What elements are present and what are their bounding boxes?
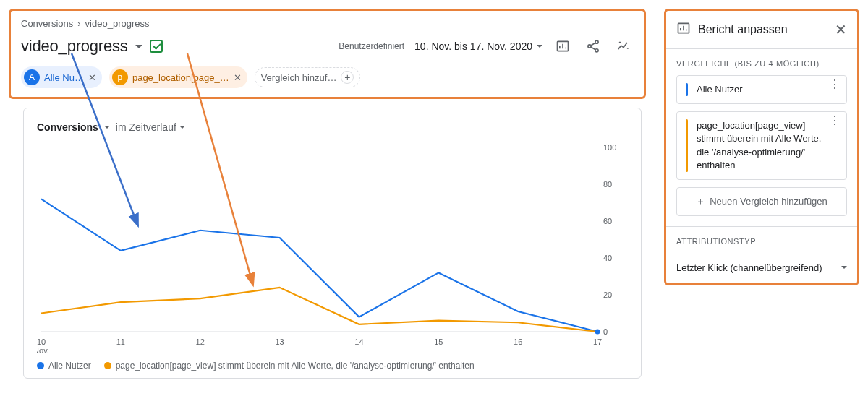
svg-point-3 (595, 49, 598, 52)
svg-point-1 (595, 40, 598, 43)
svg-text:13: 13 (275, 337, 284, 346)
chip-avatar-a: A (24, 69, 40, 85)
comparison-chip-b[interactable]: p page_location[page_… ✕ (109, 66, 247, 88)
verified-icon (150, 40, 163, 53)
chevron-down-icon (841, 266, 847, 269)
more-icon[interactable]: ⋮ (829, 83, 841, 86)
svg-text:40: 40 (603, 254, 612, 262)
svg-text:20: 20 (603, 290, 612, 299)
svg-text:17: 17 (593, 337, 602, 346)
add-comparison-button[interactable]: ＋ Neuen Vergleich hinzufügen (676, 187, 847, 216)
svg-text:16: 16 (514, 337, 522, 346)
svg-text:11: 11 (116, 337, 125, 346)
legend-item-a: Alle Nutzer (37, 361, 91, 371)
comparison-chips-row: A Alle Nu… ✕ p page_location[page_… ✕ Ve… (11, 64, 644, 97)
svg-text:15: 15 (434, 337, 443, 346)
chevron-down-icon (537, 45, 542, 48)
header-highlight-box: Conversions › video_progress video_progr… (9, 9, 646, 99)
close-icon[interactable]: ✕ (234, 72, 242, 83)
compare-card-a[interactable]: Alle Nutzer ⋮ (676, 75, 847, 104)
close-icon[interactable]: ✕ (88, 72, 96, 83)
chart-metric[interactable]: Conversions (37, 121, 98, 133)
chart-card: Conversions im Zeitverlauf 0204060801001… (23, 108, 642, 379)
more-icon[interactable]: ⋮ (829, 119, 841, 122)
page-title: video_progress (21, 37, 128, 56)
chip-label: Vergleich hinzuf… (261, 72, 337, 83)
chevron-right-icon: › (77, 18, 80, 29)
legend-item-b: page_location[page_view] stimmt überein … (104, 361, 475, 371)
chip-label: Alle Nu… (44, 72, 84, 83)
date-range-picker[interactable]: 10. Nov. bis 17. Nov. 2020 (414, 40, 542, 52)
svg-point-2 (588, 45, 591, 48)
plus-icon: ＋ (696, 195, 705, 208)
svg-text:0: 0 (603, 327, 608, 336)
breadcrumb-root[interactable]: Conversions (21, 18, 73, 29)
attribution-dropdown[interactable]: Letzter Klick (channelübergreifend) (666, 256, 857, 283)
svg-text:Nov.: Nov. (37, 346, 49, 355)
svg-text:80: 80 (603, 180, 612, 189)
svg-point-20 (595, 330, 600, 335)
chevron-down-icon (179, 126, 185, 129)
share-icon[interactable] (583, 36, 603, 56)
svg-text:60: 60 (603, 217, 612, 225)
date-range-label: Benutzerdefiniert (339, 41, 404, 51)
customize-icon[interactable] (553, 36, 573, 56)
sidebar-title: Bericht anpassen (698, 23, 788, 36)
add-comparison-chip[interactable]: Vergleich hinzuf… + (255, 67, 361, 87)
breadcrumb: Conversions › video_progress (11, 11, 644, 33)
chart-timeframe[interactable]: im Zeitverlauf (116, 121, 185, 133)
line-chart: 0204060801001011121314151617Nov. (37, 142, 628, 355)
sidebar-highlight-box: Bericht anpassen ✕ VERGLEICHE (BIS ZU 4 … (664, 9, 859, 285)
svg-text:10: 10 (37, 337, 46, 346)
svg-text:100: 100 (603, 143, 616, 152)
svg-text:14: 14 (354, 337, 363, 346)
compare-section-label: VERGLEICHE (BIS ZU 4 MÖGLICH) (676, 59, 847, 68)
close-icon[interactable]: ✕ (835, 21, 847, 38)
customize-icon (676, 21, 691, 38)
svg-text:12: 12 (196, 337, 205, 346)
attribution-section-label: ATTRIBUTIONSTYP (676, 237, 847, 246)
comparison-chip-a[interactable]: A Alle Nu… ✕ (21, 66, 102, 88)
chevron-down-icon[interactable] (104, 126, 110, 129)
compare-card-b[interactable]: page_location[page_view] stimmt überein … (676, 111, 847, 180)
compare-color-bar (686, 83, 688, 96)
chip-label: page_location[page_… (132, 72, 229, 83)
legend-dot-icon (37, 362, 44, 369)
breadcrumb-current: video_progress (85, 18, 150, 29)
insights-icon[interactable] (613, 36, 634, 56)
legend-dot-icon (104, 362, 111, 369)
title-dropdown-caret[interactable] (135, 45, 142, 48)
plus-icon: + (341, 71, 354, 84)
compare-color-bar (686, 119, 688, 172)
chip-avatar-b: p (112, 69, 128, 85)
